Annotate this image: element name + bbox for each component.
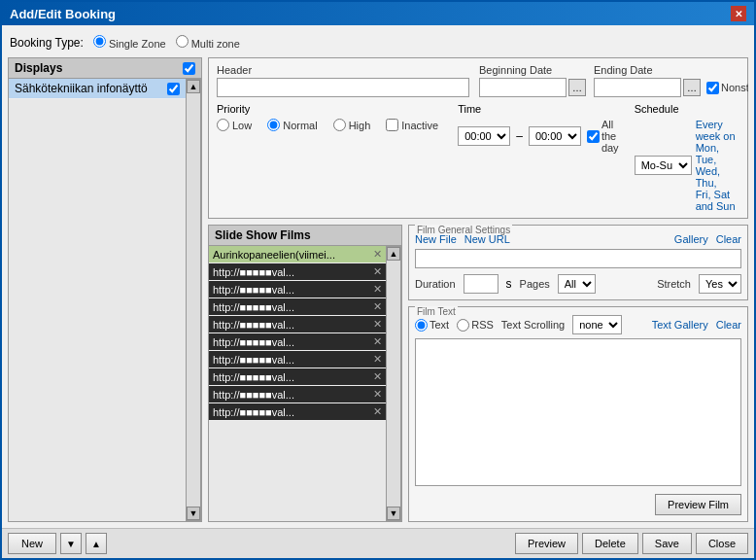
film-item-remove[interactable]: ✕ — [373, 335, 382, 348]
time-from-select[interactable]: 00:00 — [458, 126, 510, 146]
slideshow-scroll-up[interactable]: ▲ — [387, 247, 400, 261]
film-item[interactable]: Aurinkopaneelien(viimei... ✕ — [209, 246, 386, 263]
rss-radio[interactable] — [457, 319, 469, 332]
nonstop-option[interactable]: Nonstop — [706, 82, 748, 94]
film-item[interactable]: http://■■■■■val... ✕ — [209, 333, 386, 351]
priority-high-radio[interactable] — [333, 119, 346, 131]
all-day-label: All the day — [601, 119, 619, 154]
preview-film-button[interactable]: Preview Film — [655, 494, 741, 515]
ending-date-group: Ending Date … Nonstop — [594, 64, 748, 97]
film-item[interactable]: http://■■■■■val... ✕ — [209, 368, 386, 386]
text-scrolling-select[interactable]: none — [572, 315, 622, 334]
rss-radio-option[interactable]: RSS — [457, 319, 494, 332]
right-panel: Header Beginning Date 19 Mar 2014 … — [208, 57, 748, 522]
time-to-select[interactable]: 00:00 — [529, 126, 581, 146]
single-zone-radio[interactable] — [93, 35, 106, 48]
scroll-down-btn[interactable]: ▼ — [187, 507, 200, 520]
film-item[interactable]: http://■■■■■val... ✕ — [209, 263, 386, 281]
single-zone-option[interactable]: Single Zone — [93, 35, 166, 50]
delete-button[interactable]: Delete — [582, 533, 638, 554]
all-day-option[interactable]: All the day — [587, 119, 619, 154]
film-text-area[interactable] — [415, 338, 741, 486]
film-item-remove[interactable]: ✕ — [373, 283, 382, 296]
slideshow-scrollbar[interactable]: ▲ ▼ — [386, 246, 401, 521]
priority-inactive-checkbox[interactable] — [386, 119, 398, 131]
save-button[interactable]: Save — [642, 533, 692, 554]
schedule-link-2[interactable]: Fri, Sat and Sun — [696, 189, 739, 212]
film-text-title: Film Text — [415, 306, 458, 317]
film-item[interactable]: http://■■■■■val... ✕ — [209, 403, 386, 421]
film-item[interactable]: http://■■■■■val... ✕ — [209, 351, 386, 368]
priority-high-option[interactable]: High — [333, 119, 371, 131]
text-radio-label: Text — [430, 319, 449, 331]
new-button[interactable]: New — [8, 533, 56, 554]
right-buttons: Preview Delete Save Close — [515, 533, 748, 554]
film-item-remove[interactable]: ✕ — [373, 405, 382, 418]
window-close-button[interactable]: ✕ — [731, 6, 746, 21]
scroll-track — [187, 93, 200, 507]
film-item-remove[interactable]: ✕ — [373, 388, 382, 401]
clear-button[interactable]: Clear — [716, 233, 741, 245]
displays-all-checkbox[interactable] — [183, 62, 195, 75]
film-item-remove[interactable]: ✕ — [373, 353, 382, 366]
displays-panel: Displays Sähkötekniikan infonäyttö ▲ ▼ — [8, 57, 202, 522]
film-item-remove[interactable]: ✕ — [373, 265, 382, 278]
displays-title: Displays — [15, 61, 62, 75]
text-gallery-button[interactable]: Text Gallery — [652, 319, 708, 331]
preview-button[interactable]: Preview — [515, 533, 578, 554]
display-item[interactable]: Sähkötekniikan infonäyttö — [9, 79, 186, 99]
film-item-name: http://■■■■■val... — [213, 266, 369, 278]
schedule-select[interactable]: Mo-Su — [635, 156, 692, 175]
priority-low-radio[interactable] — [217, 119, 229, 131]
nonstop-checkbox[interactable] — [706, 82, 719, 94]
film-item-remove[interactable]: ✕ — [373, 300, 382, 313]
displays-scrollbar[interactable]: ▲ ▼ — [186, 79, 201, 521]
beginning-date-input[interactable]: 19 Mar 2014 — [479, 78, 567, 97]
window-title: Add/Edit Booking — [10, 7, 116, 21]
film-item-remove[interactable]: ✕ — [373, 370, 382, 383]
film-item-remove[interactable]: ✕ — [373, 318, 382, 331]
film-filename-input[interactable]: Aurinkopaneelien(viimeisin).odp — [415, 249, 741, 268]
text-scrolling-label: Text Scrolling — [501, 319, 565, 331]
film-general-title: Film General Settings — [415, 225, 512, 235]
priority-low-option[interactable]: Low — [217, 119, 252, 131]
schedule-label: Schedule — [635, 103, 739, 115]
film-item-remove[interactable]: ✕ — [373, 248, 382, 261]
header-input[interactable] — [217, 78, 469, 97]
nav-down-button[interactable]: ▼ — [60, 533, 82, 554]
time-label: Time — [458, 103, 618, 115]
nav-up-button[interactable]: ▲ — [86, 533, 107, 554]
duration-input[interactable]: 30 — [464, 274, 498, 294]
film-item[interactable]: http://■■■■■val... ✕ — [209, 316, 386, 333]
film-text-options-left: Text RSS Text Scrolling — [415, 315, 622, 334]
film-item[interactable]: http://■■■■■val... ✕ — [209, 281, 386, 298]
bottom-bar: New ▼ ▲ Preview Delete Save Close — [2, 528, 754, 558]
stretch-select[interactable]: Yes No — [699, 274, 741, 294]
film-item[interactable]: http://■■■■■val... ✕ — [209, 298, 386, 316]
scroll-up-btn[interactable]: ▲ — [187, 80, 200, 93]
pages-select[interactable]: All — [558, 274, 596, 294]
beginning-date-picker-btn[interactable]: … — [568, 79, 586, 96]
beginning-date-label: Beginning Date — [479, 64, 586, 76]
text-clear-button[interactable]: Clear — [716, 319, 741, 331]
text-radio-option[interactable]: Text — [415, 319, 449, 332]
display-item-checkbox[interactable] — [167, 83, 180, 95]
ending-date-picker-btn[interactable]: … — [683, 79, 701, 96]
priority-normal-radio[interactable] — [267, 119, 280, 131]
multi-zone-radio[interactable] — [176, 35, 189, 48]
film-settings-panel: Film General Settings New File New URL G… — [408, 225, 748, 522]
slideshow-scroll-down[interactable]: ▼ — [387, 507, 400, 520]
text-radio[interactable] — [415, 319, 428, 332]
all-day-checkbox[interactable] — [587, 130, 600, 143]
schedule-link-1[interactable]: Every week on Mon, Tue, Wed, Thu, — [696, 119, 739, 189]
multi-zone-label: Multi zone — [191, 38, 240, 50]
priority-normal-label: Normal — [283, 120, 317, 131]
close-button[interactable]: Close — [696, 533, 748, 554]
ending-date-input[interactable] — [594, 78, 681, 97]
film-item[interactable]: http://■■■■■val... ✕ — [209, 386, 386, 403]
multi-zone-option[interactable]: Multi zone — [176, 35, 240, 50]
priority-normal-option[interactable]: Normal — [267, 119, 317, 131]
gallery-button[interactable]: Gallery — [674, 233, 708, 245]
priority-inactive-option[interactable]: Inactive — [386, 119, 438, 131]
booking-type-row: Booking Type: Single Zone Multi zone — [8, 31, 748, 53]
